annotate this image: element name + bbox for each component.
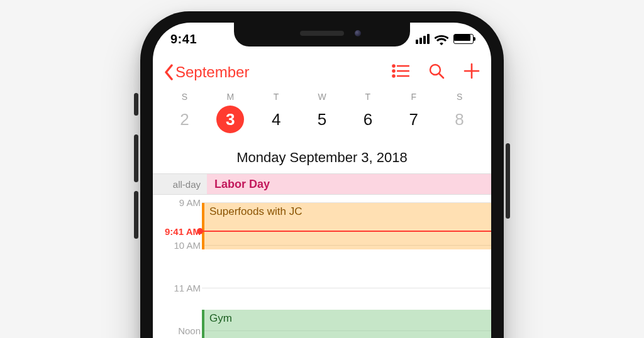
current-time-line — [202, 231, 491, 232]
timeline[interactable]: 9 AM 10 AM 11 AM Noon Superfoods with JC… — [153, 194, 491, 338]
hour-label: Noon — [153, 325, 207, 336]
battery-icon — [453, 34, 474, 44]
notch — [234, 23, 410, 46]
svg-point-2 — [392, 70, 394, 72]
navigation-bar: September — [153, 57, 491, 88]
all-day-event[interactable]: Labor Day — [207, 174, 491, 194]
day-cell[interactable]: 8 — [436, 106, 482, 133]
search-button[interactable] — [428, 63, 445, 82]
status-time: 9:41 — [170, 32, 197, 46]
day-cell[interactable]: 2 — [162, 106, 208, 133]
back-label: September — [175, 63, 249, 81]
event-lane: Superfoods with JC Gym — [202, 194, 491, 338]
svg-line-7 — [440, 74, 444, 79]
weekday-label: T — [253, 92, 299, 102]
plus-icon — [464, 63, 480, 79]
stage: 9:41 September — [0, 0, 644, 338]
list-icon — [392, 64, 409, 78]
day-number: 3 — [216, 106, 244, 133]
day-cell[interactable]: 6 — [345, 106, 391, 133]
day-cell[interactable]: 7 — [391, 106, 436, 133]
week-strip: S M T W T F S 2 3 4 5 6 7 8 — [153, 92, 491, 133]
mute-switch — [134, 93, 138, 116]
day-cell[interactable]: 4 — [253, 106, 299, 133]
weekday-header: S M T W T F S — [162, 92, 482, 102]
volume-up-button — [134, 134, 138, 182]
hour-label: 9 AM — [153, 197, 207, 208]
screen: 9:41 September — [153, 23, 491, 338]
weekday-label: F — [391, 92, 436, 102]
all-day-label: all-day — [153, 174, 207, 194]
search-icon — [428, 63, 445, 79]
wifi-icon — [435, 34, 448, 44]
weekday-label: S — [436, 92, 482, 102]
weekday-label: S — [162, 92, 208, 102]
weekday-label: T — [345, 92, 391, 102]
calendar-event[interactable]: Gym — [202, 310, 491, 338]
day-cell-selected[interactable]: 3 — [208, 106, 253, 133]
svg-point-4 — [392, 75, 394, 77]
cell-signal-icon — [416, 34, 430, 44]
chevron-left-icon — [164, 64, 174, 80]
add-event-button[interactable] — [464, 63, 480, 82]
day-row: 2 3 4 5 6 7 8 — [162, 106, 482, 133]
weekday-label: M — [208, 92, 253, 102]
selected-date-label: Monday September 3, 2018 — [153, 150, 491, 166]
list-view-button[interactable] — [392, 64, 409, 80]
all-day-row: all-day Labor Day — [153, 173, 491, 195]
hour-label: 11 AM — [153, 283, 207, 293]
day-cell[interactable]: 5 — [299, 106, 345, 133]
svg-point-0 — [392, 65, 394, 67]
volume-down-button — [134, 191, 138, 239]
weekday-label: W — [299, 92, 345, 102]
calendar-event[interactable]: Superfoods with JC — [202, 203, 491, 249]
side-button — [506, 143, 510, 219]
back-button[interactable]: September — [164, 63, 249, 81]
hour-label: 10 AM — [153, 240, 207, 251]
phone-frame: 9:41 September — [140, 11, 504, 338]
